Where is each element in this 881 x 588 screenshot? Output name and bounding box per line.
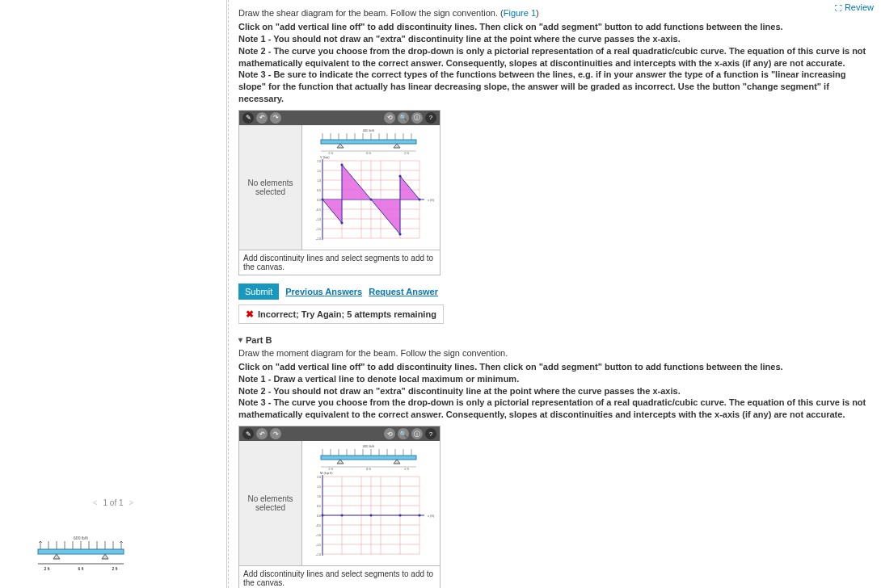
canvas-toolbar: ✎ ↶ ↷ ⟲ 🔍 ⓘ ?	[239, 111, 440, 125]
partA-prompt: Draw the shear diagram for the beam. Fol…	[238, 8, 872, 18]
reset-icon[interactable]: ⟲	[384, 428, 395, 439]
figure-next[interactable]: >	[125, 498, 137, 507]
svg-point-81	[321, 198, 323, 200]
svg-text:6 ft: 6 ft	[366, 467, 371, 471]
svg-text:-2.0: -2.0	[316, 237, 321, 241]
undo-icon[interactable]: ↶	[256, 428, 268, 439]
svg-point-139	[321, 514, 323, 517]
svg-text:-1.0: -1.0	[316, 534, 321, 537]
svg-point-86	[398, 174, 401, 177]
svg-text:1.0: 1.0	[317, 179, 321, 183]
partB-header[interactable]: ▾ Part B	[238, 335, 872, 345]
svg-marker-102	[337, 460, 344, 464]
undo-icon[interactable]: ↶	[256, 112, 268, 124]
svg-text:6 ft: 6 ft	[78, 566, 85, 571]
figure-prev[interactable]: <	[90, 498, 101, 507]
help-icon[interactable]: ?	[425, 112, 436, 124]
partB-prompt: Draw the moment diagram for the beam. Fo…	[238, 348, 872, 358]
svg-text:-1.5: -1.5	[316, 228, 321, 231]
svg-point-85	[398, 233, 401, 235]
svg-text:x (ft): x (ft)	[428, 198, 435, 202]
svg-point-140	[340, 514, 343, 517]
svg-text:600 lb/ft: 600 lb/ft	[363, 128, 375, 132]
svg-point-143	[418, 514, 420, 517]
review-link[interactable]: Review	[835, 2, 874, 12]
svg-marker-103	[394, 460, 400, 464]
shear-plot[interactable]: 600 lb/ft	[302, 125, 440, 250]
svg-text:0.0: 0.0	[317, 514, 321, 518]
previous-answers-link[interactable]: Previous Answers	[285, 287, 362, 296]
svg-text:-2.0: -2.0	[316, 553, 321, 556]
svg-text:2.0: 2.0	[317, 476, 321, 479]
svg-point-141	[369, 514, 372, 517]
figure-nav: < 1 of 1 >	[0, 498, 226, 507]
partB-notes: Click on "add vertical line off" to add …	[238, 361, 872, 421]
svg-marker-13	[102, 554, 108, 559]
redo-icon[interactable]: ↷	[270, 428, 281, 439]
zoom-icon[interactable]: 🔍	[398, 112, 409, 124]
moment-plot[interactable]: 600 lb/ft	[302, 441, 440, 565]
svg-point-84	[369, 198, 372, 200]
incorrect-icon: ✖	[246, 309, 254, 320]
svg-text:2 ft: 2 ft	[44, 566, 51, 571]
main-pane: Review Draw the shear diagram for the be…	[228, 0, 881, 588]
svg-marker-12	[53, 554, 60, 559]
svg-text:1.0: 1.0	[317, 495, 321, 498]
svg-text:0.0: 0.0	[317, 199, 321, 202]
canvas-toolbar: ✎ ↶ ↷ ⟲ 🔍 ⓘ ?	[239, 426, 440, 441]
add-vertical-line-icon[interactable]: ✎	[242, 428, 254, 439]
feedback-box: ✖ Incorrect; Try Again; 5 attempts remai…	[238, 304, 444, 324]
svg-point-142	[398, 514, 401, 517]
svg-text:2.0: 2.0	[317, 160, 321, 163]
svg-text:V (kip): V (kip)	[320, 155, 330, 159]
svg-marker-35	[394, 144, 400, 148]
svg-text:M (kip·ft): M (kip·ft)	[320, 471, 333, 475]
selection-panel: No elements selected	[239, 125, 302, 250]
partA-canvas[interactable]: ✎ ↶ ↷ ⟲ 🔍 ⓘ ? No elements selected	[238, 110, 440, 275]
figure-thumbnail[interactable]: 600 lb/ft 2 ft 6 ft 2 ft	[28, 533, 133, 573]
svg-text:1.5: 1.5	[317, 485, 321, 489]
svg-text:-0.5: -0.5	[316, 208, 321, 212]
chevron-down-icon: ▾	[238, 335, 242, 344]
svg-text:600 lb/ft: 600 lb/ft	[363, 444, 375, 448]
partB-canvas[interactable]: ✎ ↶ ↷ ⟲ 🔍 ⓘ ? No elements selected	[238, 426, 440, 588]
add-vertical-line-icon[interactable]: ✎	[242, 112, 254, 124]
info-icon[interactable]: ⓘ	[411, 112, 423, 124]
info-icon[interactable]: ⓘ	[411, 428, 423, 439]
app-viewport: { "header": { "review": "Review" }, "fig…	[0, 0, 881, 588]
reset-icon[interactable]: ⟲	[384, 112, 395, 124]
svg-text:6 ft: 6 ft	[366, 151, 371, 155]
svg-text:-1.0: -1.0	[316, 218, 321, 221]
help-icon[interactable]: ?	[425, 428, 436, 439]
svg-text:0.5: 0.5	[317, 505, 321, 508]
svg-text:-0.5: -0.5	[316, 524, 321, 527]
figure-label: 600 lb/ft	[74, 536, 88, 540]
svg-point-83	[340, 163, 343, 166]
figure-position: 1 of 1	[103, 498, 123, 507]
svg-text:2 ft: 2 ft	[404, 151, 409, 155]
svg-rect-101	[321, 456, 416, 460]
svg-text:-1.5: -1.5	[316, 544, 321, 547]
svg-text:2 ft: 2 ft	[404, 467, 409, 471]
submit-button[interactable]: Submit	[238, 284, 279, 300]
canvas-hint: Add discontinuity lines and select segme…	[239, 565, 440, 588]
svg-rect-11	[38, 549, 124, 554]
svg-rect-33	[321, 140, 416, 144]
zoom-icon[interactable]: 🔍	[398, 428, 409, 439]
svg-point-82	[340, 221, 343, 224]
svg-text:2 ft: 2 ft	[112, 566, 119, 571]
svg-text:1.5: 1.5	[317, 170, 321, 173]
canvas-hint: Add discontinuity lines and select segme…	[239, 250, 440, 275]
svg-text:x (ft): x (ft)	[428, 514, 435, 518]
partA-notes: Click on "add vertical line off" to add …	[238, 21, 872, 105]
figure1-link[interactable]: Figure 1	[504, 8, 536, 18]
svg-text:0.5: 0.5	[317, 189, 321, 192]
selection-panel: No elements selected	[239, 441, 302, 565]
redo-icon[interactable]: ↷	[270, 112, 281, 124]
figure-pane: < 1 of 1 > 600 lb/ft 2 ft	[0, 0, 227, 588]
request-answer-link[interactable]: Request Answer	[369, 287, 438, 296]
svg-point-87	[418, 198, 420, 200]
svg-marker-34	[337, 144, 344, 148]
